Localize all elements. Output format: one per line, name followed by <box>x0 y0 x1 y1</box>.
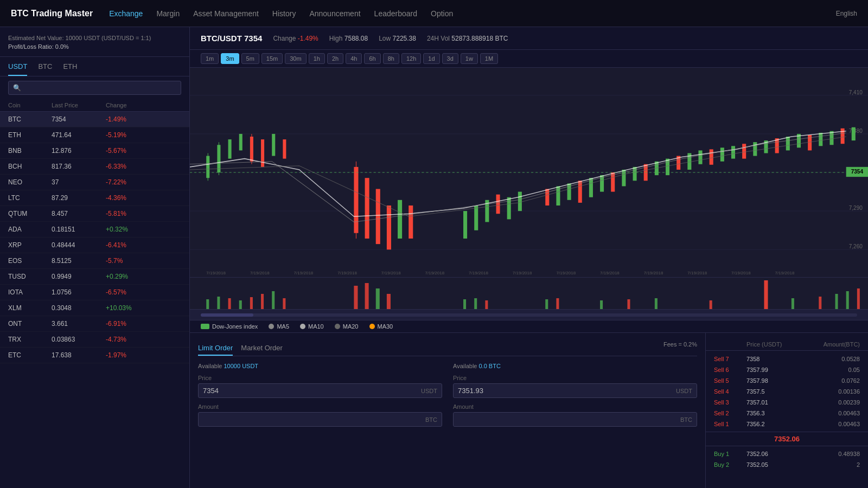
coin-row[interactable]: QTUM 8.457 -5.81% <box>0 206 189 222</box>
nav-history[interactable]: History <box>272 9 296 18</box>
svg-text:7,290: 7,290 <box>849 205 863 211</box>
coin-row[interactable]: ETH 471.64 -5.19% <box>0 127 189 143</box>
tab-market-order[interactable]: Market Order <box>241 341 283 356</box>
order-book-row[interactable]: Sell 2 7356.3 0.00463 <box>706 408 868 419</box>
time-btn-5m[interactable]: 5m <box>241 53 259 64</box>
legend-ma10-label: MA10 <box>308 323 324 330</box>
coin-list-header: Coin Last Price Change <box>0 99 189 112</box>
order-book-row[interactable]: Sell 6 7357.99 0.05 <box>706 364 868 375</box>
time-btn-1w[interactable]: 1w <box>461 53 478 64</box>
coin-row[interactable]: ETC 17.638 -1.97% <box>0 348 189 363</box>
chart-area: 7,410 7,380 7,320 7,290 7,260 <box>190 68 868 277</box>
coin-row[interactable]: BNB 12.876 -5.67% <box>0 143 189 159</box>
sell-amount: 0.0528 <box>803 356 860 362</box>
svg-rect-97 <box>217 297 220 309</box>
sell-price-input[interactable] <box>458 387 676 395</box>
coin-name: ONT <box>8 320 52 328</box>
coin-row[interactable]: LTC 87.29 -4.36% <box>0 190 189 206</box>
buy-price-input[interactable] <box>203 387 421 395</box>
nav-announcement[interactable]: Announcement <box>309 9 360 18</box>
buy-amount-input[interactable] <box>203 415 425 423</box>
svg-rect-34 <box>518 192 522 211</box>
order-book-row[interactable]: Buy 2 7352.05 2 <box>706 459 868 470</box>
time-controls: 1m3m5m15m30m1h2h4h6h8h12h1d3d1w1M <box>190 50 868 68</box>
time-btn-3d[interactable]: 3d <box>442 53 458 64</box>
svg-rect-28 <box>409 206 413 239</box>
svg-text:7/19/2018: 7/19/2018 <box>469 271 488 275</box>
order-book-row[interactable]: Sell 1 7356.2 0.00463 <box>706 419 868 429</box>
main-content: BTC/USDT 7354 Change -1.49% High 7588.08… <box>190 27 868 488</box>
tab-limit-order[interactable]: Limit Order <box>198 341 233 356</box>
nav-option[interactable]: Option <box>431 9 453 18</box>
time-btn-4h[interactable]: 4h <box>346 53 362 64</box>
buy-amount-field[interactable]: BTC <box>198 412 442 427</box>
order-book-header: Price (USDT) Amount(BTC) <box>706 338 868 351</box>
time-btn-12h[interactable]: 12h <box>401 53 421 64</box>
buy-amount-unit: BTC <box>425 416 437 423</box>
tab-btc[interactable]: BTC <box>38 62 52 76</box>
coin-row[interactable]: XLM 0.3048 +10.03% <box>0 300 189 316</box>
nav-leaderboard[interactable]: Leaderboard <box>374 9 417 18</box>
coin-row[interactable]: TRX 0.03863 -4.73% <box>0 332 189 348</box>
svg-text:7/19/2018: 7/19/2018 <box>294 271 314 275</box>
svg-rect-99 <box>239 300 242 309</box>
sell-amount-field[interactable]: BTC <box>453 412 697 427</box>
coin-row[interactable]: ONT 3.661 -6.91% <box>0 316 189 332</box>
legend-ma30-label: MA30 <box>378 323 393 330</box>
coin-name: BTC <box>8 115 52 123</box>
tab-usdt[interactable]: USDT <box>8 62 27 76</box>
order-book-row[interactable]: Sell 5 7357.98 0.0762 <box>706 375 868 386</box>
time-btn-1m[interactable]: 1M <box>480 53 498 64</box>
legend-ma5-label: MA5 <box>277 323 289 330</box>
coin-row[interactable]: ADA 0.18151 +0.32% <box>0 222 189 237</box>
order-book-row[interactable]: Sell 3 7357.01 0.00239 <box>706 397 868 408</box>
sell-label: Sell 5 <box>714 377 746 384</box>
buy-available-value: 10000 USDT <box>224 363 259 369</box>
coin-price: 8.5125 <box>52 257 106 265</box>
coin-change: -6.33% <box>106 163 160 170</box>
svg-rect-52 <box>731 146 735 158</box>
order-book-row[interactable]: Sell 7 7358 0.0528 <box>706 354 868 364</box>
time-btn-1d[interactable]: 1d <box>423 53 439 64</box>
coin-name: TUSD <box>8 273 52 280</box>
svg-rect-101 <box>261 294 264 309</box>
lang-selector[interactable]: English <box>836 10 857 17</box>
time-btn-1m[interactable]: 1m <box>201 53 219 64</box>
coin-row[interactable]: NEO 37 -7.22% <box>0 175 189 190</box>
sell-price: 7356.3 <box>746 410 803 416</box>
svg-text:7/19/2018: 7/19/2018 <box>731 271 751 275</box>
coin-row[interactable]: EOS 8.5125 -5.7% <box>0 253 189 269</box>
time-btn-6h[interactable]: 6h <box>364 53 380 64</box>
svg-text:7,380: 7,380 <box>849 128 863 134</box>
sell-price: 7357.98 <box>746 377 803 384</box>
time-btn-2h[interactable]: 2h <box>327 53 343 64</box>
search-input[interactable] <box>8 81 181 95</box>
nav-asset[interactable]: Asset Management <box>193 9 259 18</box>
sell-price-label: Price <box>453 375 697 381</box>
coin-row[interactable]: XRP 0.48444 -6.41% <box>0 237 189 253</box>
nav-margin[interactable]: Margin <box>156 9 180 18</box>
time-btn-3m[interactable]: 3m <box>221 53 239 64</box>
coin-price: 17.638 <box>52 351 106 359</box>
coin-name: BNB <box>8 147 52 155</box>
coin-row[interactable]: IOTA 1.0756 -6.57% <box>0 285 189 300</box>
search-box <box>0 76 189 99</box>
sell-price-field[interactable]: USDT <box>453 383 697 398</box>
coin-row[interactable]: BTC 7354 -1.49% <box>0 112 189 127</box>
time-btn-30m[interactable]: 30m <box>285 53 306 64</box>
nav-exchange[interactable]: Exchange <box>109 9 143 18</box>
sell-amount: 0.00136 <box>803 388 860 395</box>
order-book-row[interactable]: Sell 4 7357.5 0.00136 <box>706 386 868 397</box>
svg-rect-117 <box>764 280 768 309</box>
order-book-row[interactable]: Buy 1 7352.06 0.48938 <box>706 448 868 459</box>
svg-rect-49 <box>699 150 703 164</box>
sell-amount: 0.0762 <box>803 377 860 384</box>
time-btn-1h[interactable]: 1h <box>309 53 325 64</box>
time-btn-8h[interactable]: 8h <box>383 53 399 64</box>
sell-amount-input[interactable] <box>458 415 680 423</box>
coin-row[interactable]: TUSD 0.9949 +0.29% <box>0 269 189 285</box>
coin-row[interactable]: BCH 817.36 -6.33% <box>0 159 189 175</box>
time-btn-15m[interactable]: 15m <box>261 53 283 64</box>
tab-eth[interactable]: ETH <box>63 62 77 76</box>
buy-price-field[interactable]: USDT <box>198 383 442 398</box>
